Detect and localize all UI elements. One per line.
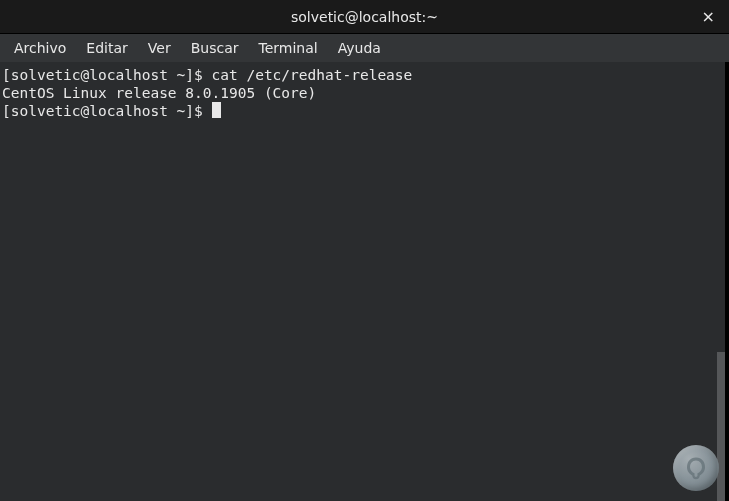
menu-editar[interactable]: Editar [76, 36, 137, 60]
menu-buscar[interactable]: Buscar [181, 36, 249, 60]
menu-archivo[interactable]: Archivo [4, 36, 76, 60]
command-text: cat /etc/redhat-release [212, 67, 413, 83]
shell-prompt: [solvetic@localhost ~]$ [2, 67, 212, 83]
window-title: solvetic@localhost:~ [291, 9, 438, 25]
window-titlebar: solvetic@localhost:~ × [0, 0, 729, 34]
menubar: Archivo Editar Ver Buscar Terminal Ayuda [0, 34, 729, 62]
terminal-content: [solvetic@localhost ~]$ cat /etc/redhat-… [2, 66, 723, 120]
menu-ver[interactable]: Ver [138, 36, 181, 60]
menu-ayuda[interactable]: Ayuda [328, 36, 391, 60]
menu-terminal[interactable]: Terminal [248, 36, 327, 60]
cursor-icon [212, 102, 221, 118]
close-icon[interactable]: × [696, 7, 721, 27]
command-output: CentOS Linux release 8.0.1905 (Core) [2, 85, 316, 101]
shell-prompt: [solvetic@localhost ~]$ [2, 103, 212, 119]
scrollbar-thumb[interactable] [717, 352, 725, 501]
terminal-area[interactable]: [solvetic@localhost ~]$ cat /etc/redhat-… [0, 62, 725, 501]
watermark-logo-icon [673, 445, 719, 491]
